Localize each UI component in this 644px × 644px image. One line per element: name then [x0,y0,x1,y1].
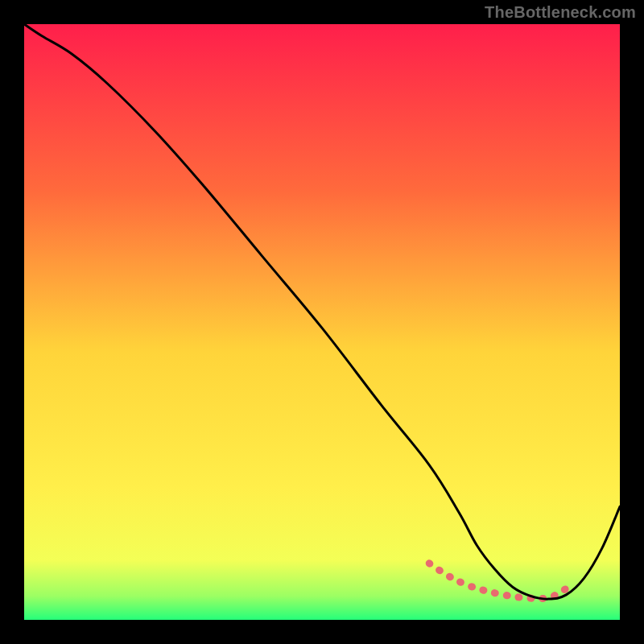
chart-canvas-wrapper: TheBottleneck.com [0,0,644,644]
chart-svg [0,0,644,644]
gradient-background [24,24,620,620]
watermark-text: TheBottleneck.com [485,3,636,22]
